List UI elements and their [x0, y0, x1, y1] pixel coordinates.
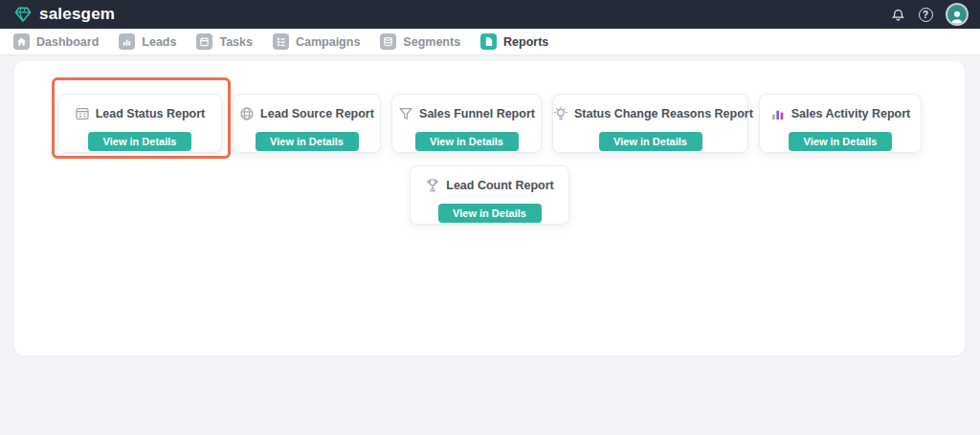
- view-in-details-button[interactable]: View in Details: [599, 132, 702, 151]
- document-icon: [480, 33, 497, 50]
- brand-name: salesgem: [39, 5, 115, 24]
- nav-label: Leads: [142, 35, 176, 49]
- main-nav: Dashboard Leads Tasks Campaigns: [0, 29, 980, 55]
- status-report-icon: [75, 106, 90, 121]
- view-in-details-button[interactable]: View in Details: [789, 132, 892, 151]
- nav-item-segments[interactable]: Segments: [380, 33, 460, 50]
- activity-bars-icon: [770, 106, 786, 121]
- card-title: Sales Funnel Report: [398, 106, 535, 121]
- report-cards-grid: Lead Status Report View in Details Lead …: [14, 61, 965, 225]
- gem-icon: [13, 5, 33, 24]
- nav-label: Dashboard: [36, 35, 99, 49]
- funnel-icon: [398, 106, 413, 121]
- nav-label: Segments: [403, 35, 460, 49]
- lightbulb-icon: [553, 106, 568, 121]
- page-background: Lead Status Report View in Details Lead …: [0, 55, 980, 435]
- card-title: Lead Status Report: [75, 106, 206, 121]
- nav-label: Campaigns: [296, 35, 360, 49]
- layers-icon: [380, 33, 396, 50]
- nav-item-dashboard[interactable]: Dashboard: [13, 33, 99, 50]
- report-card-sales-activity: Sales Activity Report View in Details: [759, 94, 922, 153]
- report-card-lead-source: Lead Source Report View in Details: [233, 94, 381, 153]
- report-card-status-change-reasons: Status Change Reasons Report View in Det…: [552, 94, 748, 153]
- calendar-icon: [196, 33, 212, 50]
- reports-panel: Lead Status Report View in Details Lead …: [14, 61, 965, 356]
- view-in-details-button[interactable]: View in Details: [256, 132, 359, 151]
- nav-item-reports[interactable]: Reports: [480, 33, 548, 50]
- view-in-details-button[interactable]: View in Details: [415, 132, 519, 151]
- home-icon: [13, 33, 30, 50]
- card-title: Status Change Reasons Report: [553, 106, 753, 121]
- report-card-lead-status: Lead Status Report View in Details: [57, 94, 222, 153]
- bar-chart-icon: [119, 33, 135, 50]
- report-card-lead-count: Lead Count Report View in Details: [410, 165, 569, 225]
- question-icon[interactable]: ?: [918, 7, 933, 22]
- view-in-details-button[interactable]: View in Details: [438, 204, 542, 223]
- list-icon: [273, 33, 289, 50]
- view-in-details-button[interactable]: View in Details: [88, 132, 191, 151]
- trophy-icon: [425, 178, 440, 193]
- brand-logo[interactable]: salesgem: [13, 5, 115, 24]
- nav-label: Tasks: [219, 35, 253, 49]
- top-header: salesgem ?: [0, 0, 980, 29]
- card-title: Lead Source Report: [239, 106, 374, 121]
- globe-icon: [239, 106, 255, 121]
- nav-label: Reports: [503, 35, 548, 49]
- bell-icon[interactable]: [890, 7, 905, 22]
- nav-item-tasks[interactable]: Tasks: [196, 33, 253, 50]
- nav-item-campaigns[interactable]: Campaigns: [273, 33, 360, 50]
- nav-item-leads[interactable]: Leads: [119, 33, 176, 50]
- card-title: Lead Count Report: [425, 178, 554, 193]
- avatar[interactable]: [946, 3, 969, 26]
- report-card-sales-funnel: Sales Funnel Report View in Details: [391, 94, 542, 153]
- card-title: Sales Activity Report: [770, 106, 911, 121]
